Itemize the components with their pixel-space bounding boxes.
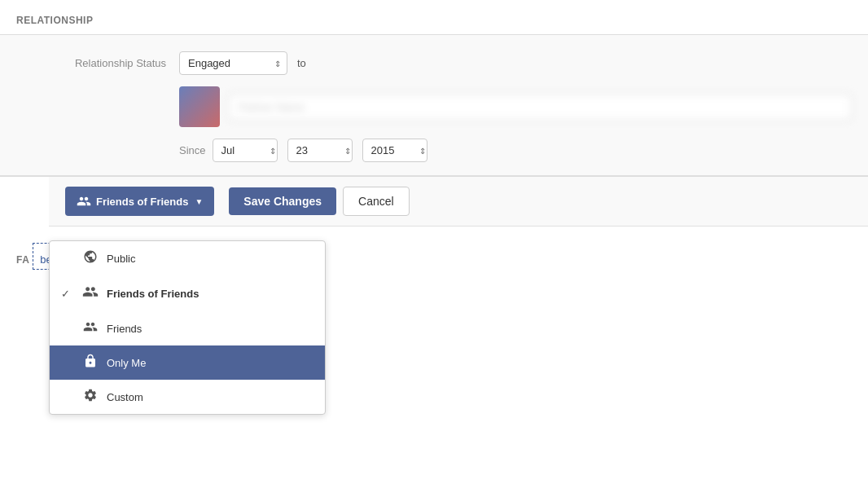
page-container: RELATIONSHIP Relationship Status Engaged… [0, 0, 868, 484]
month-select[interactable]: Jul JanFebMarAprMayJun AugSepOctNovDec [213, 139, 278, 162]
friends-icon [82, 319, 99, 337]
save-button[interactable]: Save Changes [229, 187, 336, 215]
dropdown-item-friends[interactable]: Friends [50, 311, 325, 345]
partner-name-input[interactable] [228, 94, 852, 121]
status-label: Relationship Status [16, 57, 179, 69]
dropdown-item-custom[interactable]: Custom [50, 380, 325, 414]
dropdown-caret: ▼ [195, 197, 203, 206]
day-select-wrapper: 23 [287, 139, 357, 162]
gear-icon [82, 388, 99, 406]
since-row: Since Jul JanFebMarAprMayJun AugSepOctNo… [179, 139, 852, 162]
check-friends-of-friends: ✓ [61, 288, 74, 300]
privacy-dropdown-button[interactable]: Friends of Friends ▼ [65, 187, 214, 216]
day-select[interactable]: 23 [287, 139, 353, 162]
since-label: Since [179, 144, 206, 156]
year-select[interactable]: 2015 [362, 139, 427, 162]
section-title: RELATIONSHIP [16, 15, 93, 26]
buttons-row: Friends of Friends ▼ Save Changes Cancel [49, 177, 868, 227]
relationship-section: Relationship Status Engaged Single In a … [0, 35, 868, 176]
dropdown-item-public[interactable]: Public [50, 241, 325, 275]
status-select[interactable]: Engaged Single In a Relationship Married… [179, 51, 287, 75]
globe-icon [82, 249, 99, 267]
friends-of-friends-menu-label: Friends of Friends [107, 288, 199, 300]
section-header: RELATIONSHIP [0, 0, 868, 35]
check-friends [61, 323, 74, 335]
dropdown-item-friends-of-friends[interactable]: ✓ Friends of Friends [50, 275, 325, 311]
only-me-label: Only Me [107, 357, 146, 369]
friends-of-friends-icon [82, 284, 99, 303]
public-label: Public [107, 253, 135, 265]
friends-menu-label: Friends [107, 323, 142, 335]
lock-icon [82, 354, 99, 372]
to-label: to [297, 57, 306, 69]
check-public [61, 253, 74, 265]
cancel-button[interactable]: Cancel [343, 187, 410, 216]
month-select-wrapper: Jul JanFebMarAprMayJun AugSepOctNovDec [213, 139, 283, 162]
partner-avatar [179, 86, 220, 127]
check-custom [61, 391, 74, 403]
status-row: Relationship Status Engaged Single In a … [16, 51, 852, 75]
privacy-dropdown-menu: Public ✓ Friends of Friends Friends [49, 240, 326, 415]
privacy-btn-label: Friends of Friends [96, 196, 188, 208]
status-select-wrapper: Engaged Single In a Relationship Married… [179, 51, 287, 75]
check-only-me [61, 357, 74, 369]
partner-row [179, 86, 852, 127]
dropdown-item-only-me[interactable]: Only Me [50, 345, 325, 380]
fa-label: FA [16, 254, 29, 266]
year-select-wrapper: 2015 [362, 139, 432, 162]
custom-label: Custom [107, 391, 143, 403]
friends-of-friends-btn-icon [77, 194, 91, 209]
